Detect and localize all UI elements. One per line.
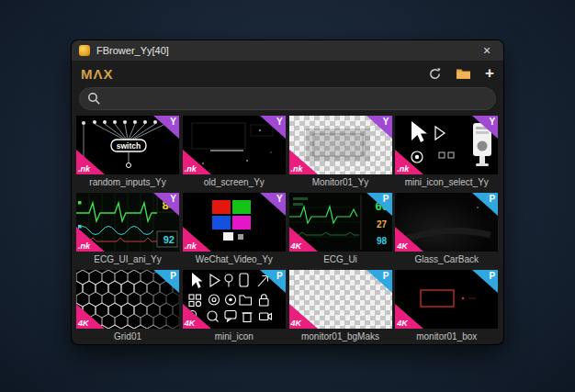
type-badge: P [383, 193, 389, 205]
format-badge: 4K [78, 319, 89, 328]
file-browser-window: FBrower_Yy[40] × MΛX + [72, 40, 503, 344]
asset-thumbnail: 84 92 .nk Y [76, 193, 179, 252]
type-badge: P [276, 270, 283, 282]
cursor-icon [412, 121, 427, 142]
type-badge: Y [490, 116, 496, 128]
add-button[interactable]: + [485, 66, 494, 81]
toolbar: MΛX + [72, 61, 503, 86]
lock-icon [259, 295, 268, 306]
asset-label: random_inputs_Yy [76, 174, 179, 190]
format-badge: 4K [291, 319, 302, 328]
type-badge: Y [276, 116, 283, 128]
format-badge: .nk [185, 164, 197, 174]
play-icon [210, 274, 220, 286]
asset-label: monitor01_bgMaks [289, 329, 392, 344]
asset-tile-monitor01-bgmaks[interactable]: 4K P monitor01_bgMaks [289, 270, 392, 344]
format-badge: .nk [291, 164, 303, 174]
window-title: FBrower_Yy[40] [96, 45, 470, 56]
folder-icon [456, 68, 471, 80]
folder-icon [240, 296, 252, 305]
format-badge: .nk [185, 241, 197, 251]
asset-thumbnail: .nk Y [183, 193, 286, 252]
search-input[interactable] [107, 92, 488, 106]
close-button[interactable]: × [470, 40, 503, 61]
asset-thumbnail: 4K P [183, 270, 286, 329]
asset-thumbnail: .nk Y [183, 116, 286, 174]
format-badge: .nk [78, 164, 90, 174]
asset-tile-mini-icon-select[interactable]: .nk Y mini_icon_select_Yy [395, 116, 498, 190]
refresh-button[interactable] [428, 66, 442, 81]
cursor-icon [192, 273, 203, 288]
spo2-value: 92 [163, 234, 175, 245]
chat-icon [225, 311, 236, 322]
search-icon [87, 92, 101, 106]
desktop-background: FBrower_Yy[40] × MΛX + [0, 0, 575, 392]
open-folder-button[interactable] [456, 66, 471, 81]
video-camera-icon [259, 313, 271, 320]
asset-tile-monitor01[interactable]: .nk Y Monitor01_Yy [289, 116, 392, 190]
record-icon [225, 295, 235, 305]
asset-label: mini_icon_select_Yy [395, 174, 498, 190]
max-logo: MΛX [81, 66, 114, 82]
asset-label: mini_icon [183, 329, 286, 344]
format-badge: 4K [397, 241, 408, 251]
asset-tile-monitor01-box[interactable]: 4K P monitor01_box [395, 270, 498, 344]
asset-tile-wechat-video[interactable]: .nk Y WeChat_Video_Yy [183, 193, 286, 267]
asset-label: Grid01 [76, 329, 179, 344]
trash-icon [242, 313, 252, 322]
type-badge: Y [383, 116, 389, 128]
type-badge: P [170, 270, 176, 282]
asset-tile-glass-carback[interactable]: 4K P Glass_CarBack [395, 193, 498, 267]
resp-value: 27 [376, 219, 387, 230]
app-icon [79, 45, 90, 56]
asset-label: ECG_Ui [289, 252, 392, 267]
asset-thumbnail: .nk Y [289, 116, 392, 174]
format-badge: .nk [397, 164, 409, 174]
asset-tile-random-inputs[interactable]: switch .nk Y random_inputs_Yy [76, 116, 179, 190]
asset-thumbnail: switch .nk Y [76, 116, 179, 174]
asset-thumbnail: 4K P [395, 270, 498, 329]
format-badge: .nk [78, 241, 90, 251]
type-badge: P [383, 270, 389, 282]
phone-icon [240, 274, 248, 286]
refresh-icon [428, 67, 442, 81]
asset-tile-old-screen[interactable]: .nk Y old_screen_Yy [183, 116, 286, 190]
search-bar[interactable] [79, 87, 496, 110]
asset-tile-ecg-ui-ani[interactable]: 84 92 .nk Y ECG_UI_ani_Yy [76, 193, 179, 267]
asset-label: WeChat_Video_Yy [183, 252, 286, 267]
play-icon [435, 127, 445, 140]
format-badge: 4K [291, 241, 302, 251]
asset-tile-mini-icon[interactable]: 4K P mini_icon [183, 270, 286, 344]
format-badge: 4K [397, 319, 408, 328]
asset-thumbnail: 4K P [76, 270, 179, 329]
type-badge: Y [170, 193, 176, 205]
asset-thumbnail: 4K P [395, 193, 498, 252]
asset-thumbnail: .nk Y [395, 116, 498, 174]
spo2-value: 98 [376, 236, 387, 246]
type-badge: P [490, 270, 496, 282]
type-badge: P [490, 193, 496, 205]
asset-label: old_screen_Yy [183, 174, 286, 190]
type-badge: Y [170, 116, 176, 128]
location-pin-icon [225, 274, 232, 287]
asset-tile-ecg-ui[interactable]: 60 27 98 4K P ECG_Ui [289, 193, 392, 267]
asset-tile-grid01[interactable]: 4K P Grid01 [76, 270, 179, 344]
asset-thumbnail: 60 27 98 4K P [289, 193, 392, 252]
asset-label: Monitor01_Yy [289, 174, 392, 190]
title-bar[interactable]: FBrower_Yy[40] × [72, 40, 503, 61]
switch-node-label: switch [117, 141, 141, 151]
asset-label: ECG_UI_ani_Yy [76, 252, 179, 267]
asset-label: Glass_CarBack [395, 252, 498, 267]
format-badge: 4K [185, 319, 196, 328]
asset-thumbnail: 4K P [289, 270, 392, 329]
type-badge: Y [276, 193, 283, 205]
asset-label: monitor01_box [395, 329, 498, 344]
asset-grid: switch .nk Y random_inputs_Yy [72, 116, 503, 344]
